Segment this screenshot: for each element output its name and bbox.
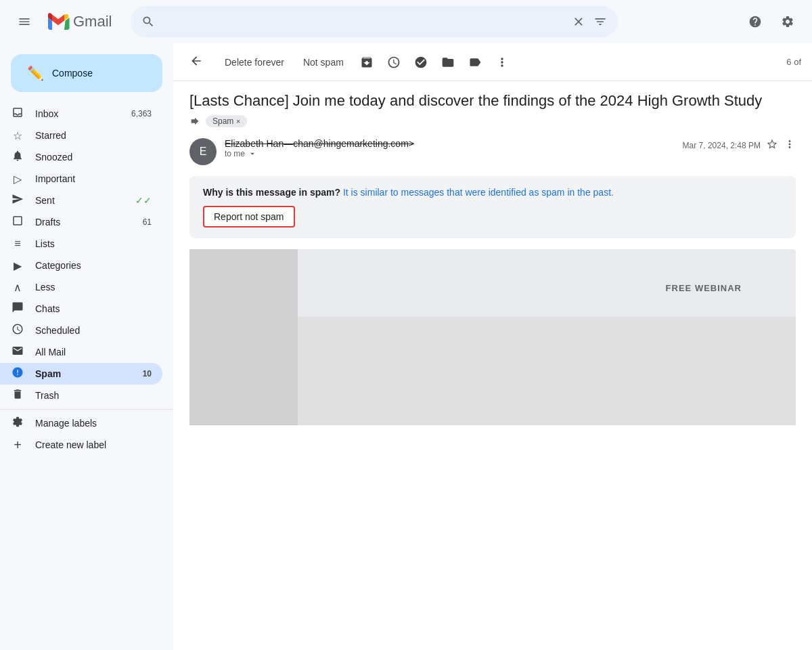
- sidebar-item-spam[interactable]: Spam 10: [0, 363, 162, 385]
- sender-info: Elizabeth Han—chan@hingemarketing.com> t…: [225, 138, 675, 158]
- spam-label: Spam: [35, 368, 132, 379]
- main-content: Delete forever Not spam: [173, 43, 812, 650]
- scheduled-icon: [11, 323, 24, 338]
- sidebar-item-drafts[interactable]: Drafts 61: [0, 211, 162, 233]
- compose-icon: ✏️: [27, 65, 44, 81]
- sidebar-item-trash[interactable]: Trash: [0, 385, 162, 406]
- lists-label: Lists: [35, 238, 152, 249]
- sidebar-item-categories[interactable]: ▶ Categories: [0, 255, 162, 276]
- sidebar-item-manage-labels[interactable]: Manage labels: [0, 412, 162, 434]
- more-actions-button[interactable]: [490, 50, 514, 74]
- less-label: Less: [35, 282, 152, 292]
- email-more-button[interactable]: [784, 138, 796, 152]
- trash-icon: [11, 388, 24, 403]
- page-info-text: 6 of: [786, 57, 801, 67]
- spam-chip: Spam ×: [206, 115, 247, 127]
- categories-label: Categories: [35, 260, 152, 271]
- sidebar-item-snoozed[interactable]: Snoozed: [0, 146, 162, 168]
- help-button[interactable]: [742, 8, 769, 35]
- sidebar-item-less[interactable]: ∧ Less: [0, 276, 162, 298]
- report-not-spam-label: Report not spam: [214, 211, 284, 222]
- to-me-dropdown[interactable]: to me: [225, 149, 675, 158]
- drafts-icon: [11, 215, 24, 230]
- sidebar-item-lists[interactable]: ≡ Lists: [0, 233, 162, 255]
- search-clear-icon[interactable]: [572, 15, 585, 28]
- sidebar-item-inbox[interactable]: Inbox 6,363: [0, 103, 162, 125]
- dropdown-icon: [248, 149, 257, 158]
- delete-forever-label: Delete forever: [225, 57, 284, 68]
- sidebar-item-create-label[interactable]: + Create new label: [0, 434, 162, 456]
- email-body: [Lasts Chance] Join me today and discove…: [173, 81, 812, 436]
- back-button[interactable]: [184, 49, 208, 75]
- search-bar[interactable]: in:spam: [131, 6, 618, 37]
- spam-chip-close[interactable]: ×: [236, 118, 240, 125]
- email-date-text: Mar 7, 2024, 2:48 PM: [683, 141, 761, 150]
- subject-chips: Spam ×: [189, 115, 796, 127]
- email-subject: [Lasts Chance] Join me today and discove…: [189, 92, 796, 110]
- delete-forever-button[interactable]: Delete forever: [217, 53, 292, 72]
- important-icon: ▷: [11, 173, 24, 186]
- drafts-count: 61: [143, 217, 152, 227]
- manage-labels-label: Manage labels: [35, 418, 152, 429]
- starred-icon: ☆: [11, 129, 24, 142]
- compose-label: Compose: [52, 68, 93, 79]
- free-webinar-text: FREE WEBINAR: [666, 283, 742, 293]
- topbar: Gmail in:spam: [0, 0, 812, 43]
- sidebar-item-scheduled[interactable]: Scheduled: [0, 320, 162, 341]
- chats-icon: [11, 301, 24, 316]
- spam-icon: [11, 366, 24, 381]
- trash-label: Trash: [35, 390, 152, 401]
- drafts-label: Drafts: [35, 217, 132, 228]
- gmail-logo[interactable]: Gmail: [46, 9, 112, 34]
- scheduled-label: Scheduled: [35, 325, 152, 336]
- starred-label: Starred: [35, 130, 152, 141]
- email-date-area: Mar 7, 2024, 2:48 PM: [683, 138, 796, 152]
- categories-icon: ▶: [11, 259, 24, 272]
- sidebar-item-sent[interactable]: Sent ✓✓: [0, 190, 162, 211]
- spam-notice: Why is this message in spam? It is simil…: [189, 176, 796, 238]
- less-icon: ∧: [11, 281, 24, 294]
- sidebar-item-allmail[interactable]: All Mail: [0, 341, 162, 363]
- search-filter-icon[interactable]: [593, 15, 607, 28]
- sidebar-item-important[interactable]: ▷ Important: [0, 168, 162, 190]
- inbox-label: Inbox: [35, 108, 120, 119]
- sidebar-item-starred[interactable]: ☆ Starred: [0, 125, 162, 146]
- lists-icon: ≡: [11, 238, 24, 250]
- search-icon: [141, 15, 155, 28]
- email-content-area: FREE WEBINAR: [189, 249, 796, 425]
- layout: ✏️ Compose Inbox 6,363 ☆ Starred Snoozed…: [0, 43, 812, 650]
- topbar-right: [742, 8, 801, 35]
- manage-labels-icon: [11, 416, 24, 431]
- email-toolbar: Delete forever Not spam: [173, 43, 812, 81]
- sent-icon: [11, 193, 24, 208]
- search-input[interactable]: in:spam: [163, 16, 564, 28]
- report-not-spam-button[interactable]: Report not spam: [203, 206, 295, 228]
- toolbar-actions: Delete forever Not spam: [217, 50, 514, 74]
- menu-button[interactable]: [11, 8, 38, 35]
- mark-as-done-button[interactable]: [409, 50, 433, 74]
- move-to-button[interactable]: [436, 50, 460, 74]
- archive-button[interactable]: [355, 50, 379, 74]
- label-button[interactable]: [463, 50, 487, 74]
- page-info: 6 of: [786, 57, 801, 67]
- sender-avatar: E: [189, 138, 217, 165]
- snooze-button[interactable]: [382, 50, 406, 74]
- allmail-label: All Mail: [35, 347, 152, 358]
- important-label: Important: [35, 173, 152, 184]
- not-spam-button[interactable]: Not spam: [295, 53, 352, 72]
- sidebar: ✏️ Compose Inbox 6,363 ☆ Starred Snoozed…: [0, 43, 173, 650]
- snoozed-label: Snoozed: [35, 152, 152, 162]
- forward-icon: [189, 116, 200, 127]
- spam-notice-bold: Why is this message in spam?: [203, 187, 340, 198]
- settings-button[interactable]: [774, 8, 801, 35]
- create-label-icon: +: [11, 437, 24, 453]
- sent-check-icon: ✓✓: [135, 195, 152, 206]
- spam-notice-detail: It is similar to messages that were iden…: [340, 187, 614, 198]
- compose-button[interactable]: ✏️ Compose: [11, 54, 162, 92]
- email-image-placeholder: [189, 249, 298, 425]
- email-meta: E Elizabeth Han—chan@hingemarketing.com>…: [189, 138, 796, 165]
- star-button[interactable]: [766, 138, 778, 152]
- allmail-icon: [11, 345, 24, 360]
- sidebar-item-chats[interactable]: Chats: [0, 298, 162, 320]
- inbox-count: 6,363: [131, 109, 152, 118]
